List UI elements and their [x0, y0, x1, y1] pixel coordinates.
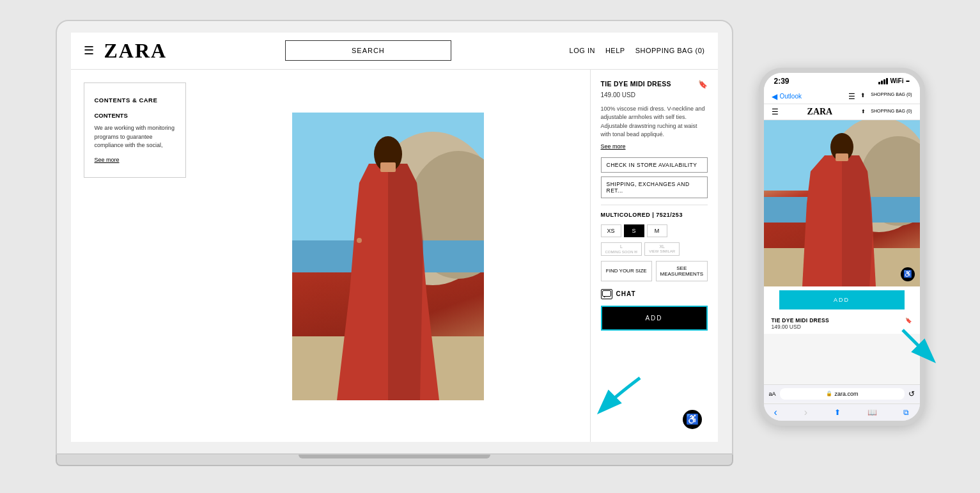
product-image	[292, 113, 484, 400]
size-action-row: FIND YOUR SIZE SEE MEASUREMENTS	[601, 261, 708, 281]
back-icon[interactable]: ◀	[772, 92, 777, 101]
hamburger-icon[interactable]: ☰	[84, 45, 94, 56]
phone-add-btn-container: ADD	[764, 286, 920, 313]
chat-button[interactable]: CHAT	[601, 289, 636, 299]
browser-url-bar[interactable]: 🔒 zara.com	[780, 388, 905, 400]
a11y-symbol: ♿	[686, 413, 699, 425]
phone-back-nav: ◀ Outlook	[772, 92, 802, 101]
color-label: MULTICOLORED | 7521/253	[601, 212, 708, 218]
header-center: SEARCH	[167, 40, 569, 61]
phone-bottom-nav: ‹ › ⬆ 📖 ⧉	[764, 403, 920, 421]
shipping-btn[interactable]: SHIPPING, EXCHANGES AND RET...	[601, 176, 708, 198]
phone-device: 2:39 WiFi ◀ Outlook ☰ ⬆ SHOP	[759, 68, 925, 426]
phone-product-info: TIE DYE MIDI DRESS 🔖 149.00 USD	[764, 313, 920, 334]
svg-rect-8	[602, 290, 611, 296]
contents-see-more[interactable]: See more	[95, 157, 120, 163]
phone-hamburger[interactable]: ☰	[848, 92, 855, 101]
phone-product-name: TIE DYE MIDI DRESS	[772, 317, 829, 324]
phone-status-icons: WiFi	[878, 77, 909, 84]
phone-shopping-bag[interactable]: SHOPPING BAG (0)	[871, 92, 912, 101]
browser-back-btn[interactable]: ‹	[774, 407, 777, 418]
size-grid-row2: L COMING SOON ✉ XL VIEW SIMILAR	[601, 242, 708, 256]
site-header: ☰ ZARA SEARCH LOG IN HELP SHOPPING BAG (…	[71, 33, 718, 70]
product-title-row: TIE DYE MIDI DRESS 🔖	[601, 80, 708, 89]
product-detail-panel: TIE DYE MIDI DRESS 🔖 149.00 USD 100% vis…	[590, 70, 718, 442]
laptop-notch	[299, 455, 490, 458]
product-image-area	[186, 70, 590, 442]
size-m[interactable]: M	[647, 224, 667, 237]
search-input[interactable]: SEARCH	[285, 40, 451, 61]
phone-product-price: 149.00 USD	[772, 324, 912, 330]
browser-forward-btn[interactable]: ›	[804, 407, 807, 418]
laptop-base	[56, 455, 733, 466]
phone-product-title-row: TIE DYE MIDI DRESS 🔖	[772, 317, 912, 324]
wifi-icon: WiFi	[890, 77, 903, 84]
browser-bookmarks-btn[interactable]: 📖	[867, 408, 877, 417]
size-l-notify: COMING SOON ✉	[605, 249, 638, 254]
size-xs[interactable]: XS	[601, 224, 621, 237]
browser-share-btn[interactable]: ⬆	[834, 408, 841, 417]
browser-aa[interactable]: aA	[769, 391, 776, 397]
phone-zara-header: ☰ ZARA ⬆ SHOPPING BAG (0)	[764, 104, 920, 120]
svg-rect-6	[380, 162, 396, 172]
see-measurements-btn[interactable]: SEE MEASUREMENTS	[656, 261, 708, 281]
phone-add-btn[interactable]: ADD	[779, 290, 905, 309]
phone-accessibility-icon[interactable]: ♿	[901, 267, 915, 281]
chat-icon	[601, 289, 612, 299]
phone-status-bar: 2:39 WiFi	[764, 73, 920, 90]
laptop-screen: ☰ ZARA SEARCH LOG IN HELP SHOPPING BAG (…	[71, 33, 718, 442]
phone-share-header[interactable]: ⬆	[861, 109, 866, 114]
header-left: ☰ ZARA	[84, 39, 167, 63]
chat-bubble-icon	[602, 290, 611, 298]
find-size-btn[interactable]: FIND YOUR SIZE	[601, 261, 653, 281]
browser-refresh-icon[interactable]: ↺	[908, 389, 915, 398]
contents-subtitle: CONTENTS	[95, 111, 175, 120]
phone-bag-header[interactable]: SHOPPING BAG (0)	[871, 109, 912, 114]
phone-header-actions: ⬆ SHOPPING BAG (0)	[861, 109, 912, 114]
laptop-device: ☰ ZARA SEARCH LOG IN HELP SHOPPING BAG (…	[56, 20, 733, 474]
phone-dress-svg	[764, 120, 920, 286]
svg-point-7	[357, 238, 362, 243]
check-store-btn[interactable]: CHECK IN STORE AVAILABILITY	[601, 157, 708, 173]
contents-description: We are working with monitoring programs …	[95, 124, 175, 150]
signal-icon	[878, 78, 888, 84]
size-l[interactable]: L COMING SOON ✉	[601, 242, 642, 256]
browser-tabs-btn[interactable]: ⧉	[903, 408, 909, 417]
battery-icon	[906, 81, 910, 82]
contents-panel: CONTENTS & CARE CONTENTS We are working …	[84, 82, 186, 178]
laptop-body: ☰ ZARA SEARCH LOG IN HELP SHOPPING BAG (…	[56, 20, 733, 455]
shopping-bag-link[interactable]: SHOPPING BAG (0)	[635, 47, 705, 54]
phone-a11y-symbol: ♿	[903, 270, 912, 278]
svg-rect-16	[836, 153, 848, 161]
size-l-label: L	[620, 244, 623, 249]
phone-zara-hamburger[interactable]: ☰	[772, 107, 779, 116]
chat-label: CHAT	[616, 290, 636, 297]
size-s[interactable]: S	[624, 224, 644, 237]
help-link[interactable]: HELP	[605, 47, 625, 54]
accessibility-icon[interactable]: ♿	[683, 410, 702, 429]
browser-url: zara.com	[835, 391, 859, 397]
phone-product-image: ♿	[764, 120, 920, 286]
browser-lock-icon: 🔒	[826, 391, 832, 396]
product-title: TIE DYE MIDI DRESS	[601, 80, 671, 88]
add-to-bag-btn[interactable]: ADD	[601, 306, 708, 331]
size-xl-similar: VIEW SIMILAR	[649, 249, 675, 253]
header-right: LOG IN HELP SHOPPING BAG (0)	[570, 47, 705, 54]
size-xl[interactable]: XL VIEW SIMILAR	[644, 242, 680, 256]
product-see-more[interactable]: See more	[601, 143, 708, 150]
size-xl-label: XL	[659, 244, 665, 249]
phone-nav: ◀ Outlook ☰ ⬆ SHOPPING BAG (0)	[764, 90, 920, 104]
product-price: 149.00 USD	[601, 91, 708, 98]
divider	[601, 205, 708, 205]
phone-share-icon[interactable]: ⬆	[860, 92, 866, 101]
phone-bookmark[interactable]: 🔖	[905, 317, 912, 324]
phone-body: 2:39 WiFi ◀ Outlook ☰ ⬆ SHOP	[759, 68, 925, 426]
size-grid: XS S M	[601, 224, 708, 237]
phone-time: 2:39	[774, 77, 789, 86]
login-link[interactable]: LOG IN	[570, 47, 595, 54]
bookmark-icon[interactable]: 🔖	[698, 80, 708, 89]
phone-zara-logo: ZARA	[807, 107, 833, 117]
zara-logo: ZARA	[104, 39, 167, 63]
outlook-label[interactable]: Outlook	[780, 93, 802, 100]
product-description: 100% viscose midi dress. V-neckline and …	[601, 105, 708, 139]
